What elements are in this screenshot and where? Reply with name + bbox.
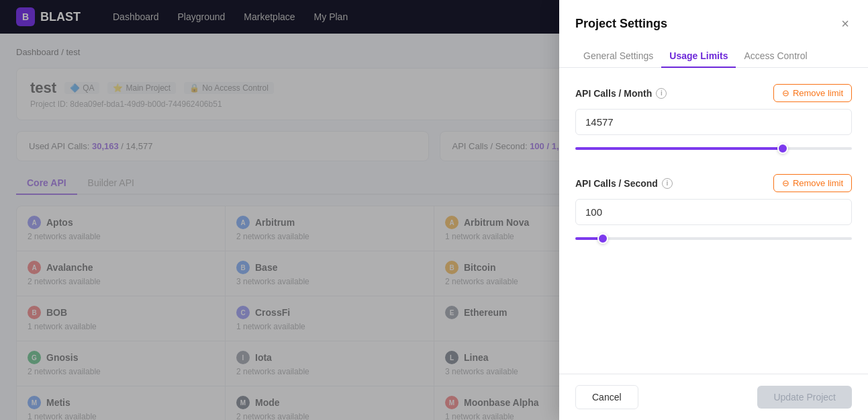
api-month-section: API Calls / Month i ⊖ Remove limit (575, 84, 852, 155)
api-month-slider-thumb[interactable] (777, 143, 788, 154)
panel-tabs: General Settings Usage Limits Access Con… (559, 34, 868, 68)
tab-general-settings[interactable]: General Settings (575, 45, 661, 68)
api-second-slider[interactable] (575, 232, 852, 245)
api-second-slider-track (575, 237, 852, 240)
panel-header: Project Settings × (559, 0, 868, 34)
api-month-info-icon: i (656, 88, 667, 99)
api-second-label-row: API Calls / Second i ⊖ Remove limit (575, 174, 852, 192)
close-button[interactable]: × (838, 13, 852, 34)
panel-body: API Calls / Month i ⊖ Remove limit (559, 68, 868, 374)
remove-month-label: Remove limit (793, 88, 843, 98)
remove-second-icon: ⊖ (782, 178, 789, 188)
api-month-slider-fill (575, 147, 783, 150)
remove-second-label: Remove limit (793, 178, 843, 188)
cancel-button[interactable]: Cancel (575, 385, 638, 409)
panel-footer: Cancel Update Project (559, 374, 868, 420)
api-month-slider-track (575, 147, 852, 150)
remove-second-limit-button[interactable]: ⊖ Remove limit (773, 174, 852, 192)
api-second-input[interactable] (575, 199, 852, 225)
api-second-slider-thumb[interactable] (597, 233, 608, 244)
remove-month-limit-button[interactable]: ⊖ Remove limit (773, 84, 852, 102)
api-second-label: API Calls / Second i (575, 178, 673, 189)
api-month-label: API Calls / Month i (575, 88, 667, 99)
api-month-slider[interactable] (575, 142, 852, 155)
panel-title: Project Settings (575, 17, 667, 31)
tab-usage-limits[interactable]: Usage Limits (661, 45, 736, 68)
api-second-info-icon: i (662, 178, 673, 189)
api-month-input[interactable] (575, 109, 852, 135)
update-project-button: Update Project (757, 386, 852, 409)
project-settings-panel: Project Settings × General Settings Usag… (559, 0, 868, 420)
tab-access-control[interactable]: Access Control (736, 45, 815, 68)
remove-month-icon: ⊖ (782, 88, 789, 98)
api-month-label-row: API Calls / Month i ⊖ Remove limit (575, 84, 852, 102)
api-second-section: API Calls / Second i ⊖ Remove limit (575, 174, 852, 245)
